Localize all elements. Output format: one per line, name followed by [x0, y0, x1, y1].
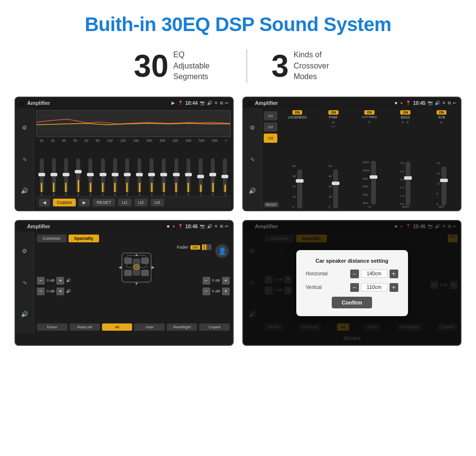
vertical-minus-button[interactable]: − [350, 283, 359, 292]
left-plus-2[interactable]: + [56, 287, 64, 295]
close-icon-tl[interactable]: ✕ [214, 101, 218, 105]
all-button[interactable]: All [102, 323, 133, 331]
play-icon-tl[interactable]: ▶ [171, 101, 175, 105]
right-vol-2: 0 dB [212, 289, 220, 293]
home-icon-bl[interactable]: ⌂ [19, 222, 24, 231]
left-plus-1[interactable]: + [56, 277, 64, 285]
sp-sidebar-icon-2[interactable]: ∿ [22, 279, 27, 286]
specialty-tab[interactable]: Specialty [68, 235, 100, 242]
eq-slider-11[interactable]: 0 [158, 158, 170, 196]
col-bass: ON BASS F G 3.02.52.01.51.00.5 100Hz [389, 110, 423, 208]
camera-icon-bl[interactable]: 📷 [200, 224, 205, 229]
eq-slider-2[interactable]: 0 [48, 158, 59, 196]
sp-sidebar-icon-1[interactable]: ⚙ [22, 248, 27, 254]
vertical-plus-button[interactable]: + [390, 283, 398, 292]
eq-slider-12[interactable]: 0 [170, 158, 182, 196]
left-minus-2[interactable]: − [37, 287, 45, 295]
eq-slider-15[interactable]: 0 [207, 158, 219, 196]
common-tab[interactable]: Common [37, 235, 67, 242]
eq-slider-13[interactable]: 0 [183, 158, 194, 196]
home-icon-tl[interactable]: ⌂ [19, 99, 24, 107]
vol-icon-bl[interactable]: 🔊 [207, 224, 212, 229]
eq-u2-button[interactable]: U2 [135, 199, 148, 206]
crossover-cols: ON LOUDNESS 644832160 ON PHAT G —— [279, 108, 460, 210]
right-minus-1[interactable]: − [203, 277, 210, 285]
cr-reset-button[interactable]: RESET [264, 202, 279, 207]
back-icon-bl[interactable]: ↩ [225, 224, 229, 229]
eq-controls: ◀ Custom ▶ RESET U1 U2 U3 [36, 196, 231, 208]
crossover-sidebar: ⚙ ∿ 🔊 [243, 108, 262, 210]
horizontal-plus-button[interactable]: + [390, 270, 398, 278]
camera-icon-tl[interactable]: 📷 [200, 101, 205, 105]
right-plus-2[interactable]: + [222, 287, 230, 295]
rearleft-button[interactable]: RearLeft [69, 323, 100, 331]
eq-prev-button[interactable]: ◀ [39, 199, 50, 206]
eq-slider-14[interactable]: -1 [195, 158, 206, 196]
cr-sidebar-icon-3[interactable]: 🔊 [249, 187, 256, 194]
svg-text:▶: ▶ [152, 265, 155, 270]
vertical-value: 110cm [361, 283, 388, 291]
copy-icon-tr[interactable]: ⧉ [448, 101, 451, 106]
eq-sidebar-icon-1[interactable]: ⚙ [22, 124, 27, 131]
col-cutfreq: ON CUT FREQ F 120Hz100Hz90Hz80Hz70Hz60Hz… [352, 110, 386, 208]
preset-u3-button[interactable]: U3 [264, 134, 277, 143]
eq-slider-6[interactable]: 0 [97, 158, 108, 196]
profile-icon[interactable]: 👤 [215, 244, 229, 258]
preset-u1-button[interactable]: U1 [264, 111, 277, 120]
app-name-tr: Amplifier [255, 100, 392, 106]
fader-section: Fader ON [177, 244, 211, 250]
on-badge-fader: ON [190, 245, 201, 250]
eq-slider-1[interactable]: 0 [36, 158, 47, 196]
copy-icon-tl[interactable]: ⧉ [220, 101, 223, 106]
right-plus-1[interactable]: + [222, 277, 230, 285]
phat-label: PHAT [329, 116, 338, 119]
rearright-button[interactable]: RearRight [167, 323, 197, 331]
close-icon-bl[interactable]: ✕ [214, 224, 218, 229]
eq-reset-button[interactable]: RESET [93, 199, 115, 206]
driver-button[interactable]: Driver [37, 323, 68, 331]
eq-sidebar-icon-3[interactable]: 🔊 [21, 187, 28, 194]
svg-rect-10 [142, 270, 149, 276]
eq-slider-4[interactable]: 5 [73, 158, 84, 196]
eq-slider-10[interactable]: 0 [146, 158, 157, 196]
bass-label: BASS [401, 116, 410, 119]
eq-slider-3[interactable]: 0 [60, 158, 71, 196]
eq-custom-button[interactable]: Custom [53, 199, 76, 206]
right-volumes: − 0 dB + − 0 dB + [203, 248, 230, 323]
eq-main: 25 32 40 50 63 80 100 125 160 200 250 32… [34, 108, 233, 210]
app-name-bl: Amplifier [27, 223, 164, 229]
back-icon-tl[interactable]: ↩ [225, 101, 229, 105]
eq-u1-button[interactable]: U1 [118, 199, 132, 206]
left-volumes: − 0 dB + 🔊 − 0 dB + 🔊 [37, 248, 71, 323]
home-icon-tr[interactable]: ⌂ [247, 99, 252, 107]
left-minus-1[interactable]: − [37, 277, 45, 285]
vol-icon-tr[interactable]: 🔊 [435, 101, 440, 105]
sp-sidebar-icon-3[interactable]: 🔊 [21, 311, 28, 318]
vol-icon-tl[interactable]: 🔊 [207, 101, 212, 105]
camera-icon-tr[interactable]: 📷 [427, 101, 433, 105]
back-icon-tr[interactable]: ↩ [453, 101, 457, 105]
eq-slider-7[interactable]: 0 [109, 158, 120, 196]
cr-sidebar-icon-2[interactable]: ∿ [250, 156, 255, 163]
eq-slider-9[interactable]: 0 [134, 158, 145, 196]
copy-icon-bl[interactable]: ⧉ [220, 224, 223, 229]
confirm-button[interactable]: Confirm [332, 297, 372, 308]
eq-sidebar-icon-2[interactable]: ∿ [22, 156, 27, 163]
eq-slider-16[interactable]: -1 [220, 158, 231, 196]
user-button[interactable]: User [134, 323, 165, 331]
col-sub: ON SUB G 20151050 60Hz [425, 110, 459, 208]
eq-play-button[interactable]: ▶ [79, 199, 90, 206]
close-icon-tr[interactable]: ✕ [442, 101, 446, 105]
specialty-content: ⚙ ∿ 🔊 Common Specialty Fader ON [16, 232, 233, 334]
svg-rect-8 [142, 258, 149, 264]
copilot-button[interactable]: Copilot [199, 323, 230, 331]
horizontal-minus-button[interactable]: − [350, 270, 359, 278]
eq-u3-button[interactable]: U3 [151, 199, 164, 206]
eq-slider-5[interactable]: 0 [85, 158, 96, 196]
loudness-label: LOUDNESS [288, 116, 307, 119]
preset-u2-button[interactable]: U2 [264, 122, 277, 132]
eq-slider-8[interactable]: 0 [121, 158, 133, 196]
cr-sidebar-icon-1[interactable]: ⚙ [250, 124, 255, 131]
eq-stat-block: 30 EQ AdjustableSegments [110, 50, 246, 82]
right-minus-2[interactable]: − [203, 287, 210, 295]
